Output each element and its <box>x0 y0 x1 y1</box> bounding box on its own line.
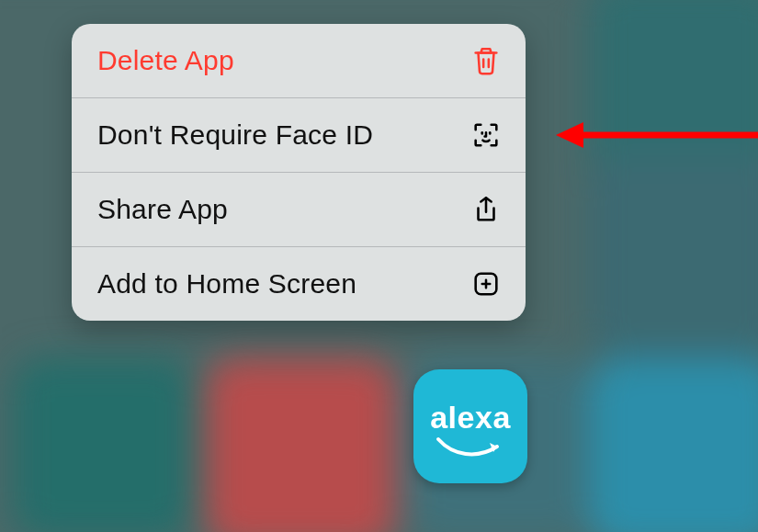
menu-item-share-app[interactable]: Share App <box>72 172 526 246</box>
share-icon <box>470 194 502 225</box>
app-icon-alexa[interactable]: alexa <box>413 369 527 483</box>
app-context-menu: Delete App Don't Require Face ID <box>72 24 526 321</box>
menu-item-label: Don't Require Face ID <box>97 119 373 151</box>
svg-marker-2 <box>556 122 583 148</box>
plus-icon <box>470 268 502 300</box>
menu-item-add-to-home-screen[interactable]: Add to Home Screen <box>72 246 526 321</box>
menu-item-dont-require-face-id[interactable]: Don't Require Face ID <box>72 97 526 172</box>
menu-item-label: Share App <box>97 194 228 225</box>
app-icon-label: alexa <box>430 400 511 436</box>
trash-icon <box>470 45 502 76</box>
faceid-icon <box>470 119 502 151</box>
annotation-arrow <box>556 117 758 153</box>
menu-item-label: Delete App <box>97 45 234 76</box>
menu-item-label: Add to Home Screen <box>97 268 356 300</box>
alexa-smile-icon <box>435 434 506 459</box>
menu-item-delete-app[interactable]: Delete App <box>72 24 526 97</box>
